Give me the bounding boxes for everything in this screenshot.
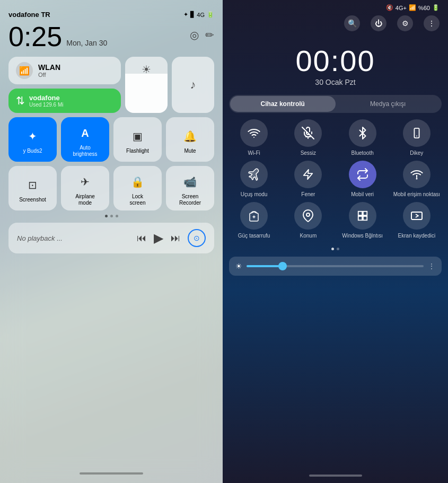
mobile-data-info: vodafone Used 129.6 Mi (29, 94, 63, 108)
mute-status-icon: 🔇 (386, 4, 393, 11)
signal-icon: 4G (197, 12, 205, 18)
top-right-icons: ◎ ✏ (190, 29, 214, 41)
qs-silent[interactable]: Sessiz (283, 119, 333, 156)
wifi-status-icon: ▊ (190, 11, 195, 18)
airplane-label: Airplanemode (75, 194, 95, 206)
bluetooth-toggle[interactable]: ✦ y Buds2 (8, 117, 57, 162)
battery-percent: %60 (418, 5, 430, 11)
current-date-right: 30 Ocak Pzt (223, 78, 448, 86)
more-button[interactable]: ⋮ (424, 15, 440, 31)
toggles-row-1: ✦ y Buds2 A Autobrightness ▣ Flashlight … (8, 117, 214, 162)
brightness-bar[interactable]: ☀ ⋮ (229, 257, 442, 276)
qs-winbgl[interactable]: Windows Bğlntısı (338, 202, 388, 239)
svg-rect-7 (363, 212, 367, 215)
toggles-row-2: ⊡ Screenshot ✈ Airplanemode 🔒 Lockscreen… (8, 166, 214, 210)
winbgl-qs-label: Windows Bğlntısı (342, 232, 383, 239)
lockscreen-toggle[interactable]: 🔒 Lockscreen (113, 166, 162, 210)
status-bar-right: 🔇 4G+ 📶 %60 🔋 (223, 0, 448, 13)
qs-hotspot[interactable]: Mobil erişim noktası (392, 161, 442, 198)
brightness-sun-icon: ☀ (235, 262, 242, 270)
mobile-data-tile[interactable]: ⇅ vodafone Used 129.6 Mi (8, 89, 121, 113)
ekrankaydedici-qs-icon (403, 202, 431, 230)
auto-brightness-toggle[interactable]: A Autobrightness (61, 117, 109, 162)
brightness-more-button[interactable]: ⋮ (428, 262, 435, 270)
hotspot-qs-label: Mobil erişim noktası (393, 191, 440, 198)
wifi-qs-icon (240, 119, 268, 147)
current-time: 0:25 (8, 23, 62, 50)
dot-2 (110, 215, 113, 217)
top-actions: 🔍 ⏻ ⚙ ⋮ (223, 13, 448, 36)
status-icons-left: ✦ ▊ 4G 🔋 (183, 11, 214, 18)
qs-wifi[interactable]: Wi-Fi (229, 119, 279, 156)
sun-icon: ☀ (142, 63, 151, 76)
network-status-icon: 4G+ (396, 5, 407, 11)
page-dots (8, 215, 214, 217)
next-button[interactable]: ⏭ (171, 233, 180, 244)
brightness-track[interactable] (247, 265, 424, 267)
home-indicator-right (309, 475, 362, 477)
airplane-qs-label: Uçuş modu (241, 191, 268, 198)
airplane-icon: ✈ (76, 172, 95, 191)
bluetooth-icon: ✦ (23, 127, 42, 146)
screenshot-toggle[interactable]: ⊡ Screenshot (8, 166, 57, 210)
screenrecorder-toggle[interactable]: 📹 ScreenRecorder (166, 166, 214, 210)
dikey-qs-label: Dikey (410, 150, 423, 156)
qs-mobilveri[interactable]: Mobil veri (338, 161, 388, 198)
mobilveri-qs-icon (349, 161, 376, 188)
quick-settings-grid: Wi-Fi Sessiz Bluetooth (223, 119, 448, 239)
prev-button[interactable]: ⏮ (137, 233, 146, 244)
svg-rect-10 (411, 212, 422, 219)
guc-qs-icon (240, 202, 268, 230)
qs-guc[interactable]: Güç tasarrufu (229, 202, 279, 239)
qs-fener[interactable]: Fener (283, 161, 333, 198)
qs-ekrankaydedici[interactable]: Ekran kaydedici (392, 202, 442, 239)
guc-qs-label: Güç tasarrufu (238, 232, 270, 239)
controls-grid: 📶 WLAN Off ☀ ♪ ⇅ vodafone Used 129.6 Mi (8, 57, 214, 113)
edit-icon[interactable]: ✏ (205, 29, 214, 41)
mute-toggle[interactable]: 🔔 Mute (166, 117, 214, 162)
clock-area: 00:00 30 Ocak Pzt (223, 36, 448, 95)
ios-control-center: vodafone TR ✦ ▊ 4G 🔋 0:25 Mon, Jan 30 ◎ … (0, 0, 223, 483)
dikey-qs-icon (403, 119, 431, 147)
svg-point-5 (306, 213, 310, 216)
search-button[interactable]: 🔍 (344, 15, 360, 31)
silent-qs-label: Sessiz (301, 150, 316, 156)
lock-icon: 🔒 (128, 172, 147, 191)
music-note-icon: ♪ (190, 78, 196, 92)
airplane-toggle[interactable]: ✈ Airplanemode (61, 166, 109, 210)
fener-qs-label: Fener (301, 191, 315, 198)
wlan-tile[interactable]: 📶 WLAN Off (8, 57, 121, 84)
qs-dikey[interactable]: Dikey (392, 119, 442, 156)
qs-konum[interactable]: Konum (283, 202, 333, 239)
svg-rect-6 (358, 212, 362, 215)
brightness-slider[interactable]: ☀ (125, 57, 168, 113)
media-controls: ⏮ ▶ ⏭ ⊙ (137, 229, 206, 247)
music-widget[interactable]: ♪ (172, 57, 214, 113)
carrier-label: vodafone TR (8, 11, 50, 19)
tab-device-control[interactable]: Cihaz kontrolü (230, 96, 336, 112)
wlan-info: WLAN Off (38, 63, 60, 78)
bluetooth-qs-icon (349, 119, 376, 147)
fener-qs-icon (294, 161, 322, 188)
auto-brightness-label: Autobrightness (73, 145, 97, 157)
play-button[interactable]: ▶ (154, 231, 163, 245)
slider-fill (125, 74, 168, 113)
wlan-status: Off (38, 72, 60, 78)
silent-qs-icon (294, 119, 322, 147)
bluetooth-status-icon: ✦ (183, 11, 188, 18)
lockscreen-label: Lockscreen (129, 194, 145, 206)
dot-right-2 (337, 248, 339, 250)
current-date: Mon, Jan 30 (66, 39, 107, 47)
svg-rect-8 (358, 216, 362, 220)
camera-icon[interactable]: ◎ (190, 29, 199, 41)
power-button[interactable]: ⏻ (371, 15, 386, 31)
flashlight-toggle[interactable]: ▣ Flashlight (113, 117, 162, 162)
shazam-button[interactable]: ⊙ (188, 229, 206, 247)
settings-button[interactable]: ⚙ (397, 15, 413, 31)
qs-bluetooth[interactable]: Bluetooth (338, 119, 388, 156)
hotspot-qs-icon (403, 161, 431, 188)
dot-right-1 (331, 248, 334, 250)
qs-airplane[interactable]: Uçuş modu (229, 161, 279, 198)
screenshot-icon: ⊡ (23, 175, 42, 195)
tab-media-output[interactable]: Medya çıkışı (336, 96, 441, 112)
